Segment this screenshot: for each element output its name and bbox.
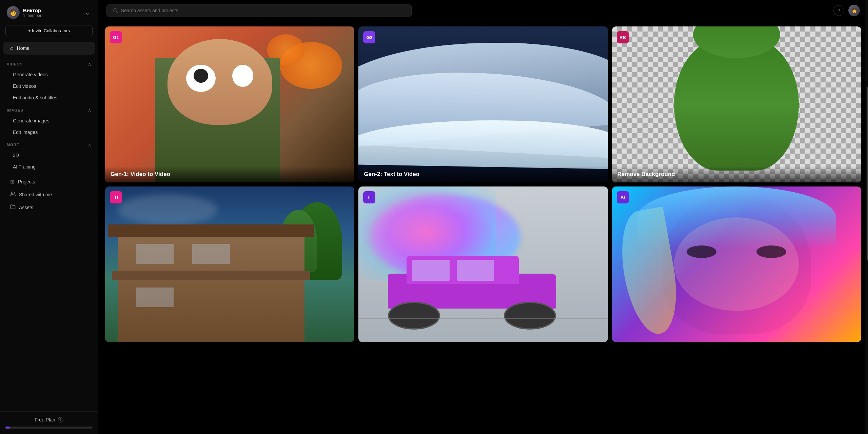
sidebar-item-home[interactable]: ⌂ Home	[3, 42, 95, 55]
sidebar-bottom-nav: ⊞ Projects Shared with me Assets	[0, 175, 98, 214]
sidebar-item-ai-training[interactable]: AI Training	[3, 161, 95, 172]
search-input[interactable]	[121, 8, 405, 13]
sidebar-item-shared-with-me[interactable]: Shared with me	[3, 188, 95, 201]
card-ii-badge: II	[363, 191, 375, 203]
card-gen1-label: Gen-1: Video to Video	[105, 166, 354, 182]
projects-icon: ⊞	[10, 179, 15, 185]
card-ti[interactable]: TI	[105, 186, 354, 342]
scrollbar-thumb[interactable]	[867, 87, 868, 260]
user-member-count: 1 member	[23, 13, 41, 18]
usage-progress-bar	[5, 427, 93, 429]
card-ai[interactable]: AI	[612, 186, 861, 342]
generate-videos-label: Generate videos	[13, 72, 48, 77]
user-name: Виктор	[23, 7, 41, 13]
sidebar-item-generate-videos[interactable]: Generate videos	[3, 69, 95, 80]
svg-point-1	[114, 8, 117, 12]
search-bar	[106, 4, 412, 17]
more-section-header: MORE ∧	[0, 138, 98, 150]
help-button[interactable]: ?	[833, 5, 844, 16]
user-avatar-top[interactable]: 🧑	[848, 5, 860, 16]
card-gen2[interactable]: G2 Gen-2: Text to Video	[358, 26, 608, 182]
cards-grid: G1 Gen-1: Video to Video G2	[105, 26, 861, 342]
free-plan-label: Free Plan	[35, 417, 55, 422]
avatar-image: 🧑	[7, 6, 20, 19]
more-collapse-button[interactable]: ∧	[88, 142, 91, 147]
grid-area: G1 Gen-1: Video to Video G2	[98, 21, 868, 434]
videos-collapse-button[interactable]: ∧	[88, 61, 91, 67]
free-plan-row: Free Plan i	[5, 417, 93, 422]
card-ti-badge: TI	[110, 191, 122, 203]
scrollbar-track	[865, 0, 868, 434]
home-icon: ⌂	[10, 45, 14, 51]
assets-icon	[10, 204, 16, 211]
card-gen1[interactable]: G1 Gen-1: Video to Video	[105, 26, 354, 182]
sidebar-item-projects[interactable]: ⊞ Projects	[3, 176, 95, 188]
top-bar-actions: ? 🧑	[833, 5, 860, 16]
user-text: Виктор 1 member	[23, 7, 41, 18]
workspace-switcher-button[interactable]: ⌄	[83, 7, 91, 18]
card-gen1-badge: G1	[110, 31, 122, 43]
wave-content	[358, 26, 608, 182]
card-ai-badge: AI	[617, 191, 629, 203]
generate-images-label: Generate images	[13, 118, 49, 123]
card-remove-background[interactable]: RB Remove Background	[612, 26, 861, 182]
sidebar-footer: Free Plan i	[0, 411, 98, 434]
edit-videos-label: Edit videos	[13, 83, 36, 89]
main-content: ? 🧑	[98, 0, 868, 434]
card-rb-badge: RB	[617, 31, 629, 43]
sidebar-item-edit-audio[interactable]: Edit audio & subtitles	[3, 92, 95, 103]
videos-section-header: VIDEOS ∧	[0, 57, 98, 69]
svg-point-0	[11, 192, 13, 194]
sidebar-item-edit-images[interactable]: Edit images	[3, 127, 95, 138]
sidebar-item-3d[interactable]: 3D	[3, 150, 95, 161]
edit-audio-label: Edit audio & subtitles	[13, 95, 57, 100]
images-section-header: IMAGES ∧	[0, 103, 98, 115]
top-bar: ? 🧑	[98, 0, 868, 21]
more-section-title: MORE	[7, 143, 19, 147]
svg-line-2	[117, 12, 118, 13]
card-gen2-label: Gen-2: Text to Video	[358, 166, 608, 182]
card-rb-label: Remove Background	[612, 166, 861, 182]
sidebar-item-generate-images[interactable]: Generate images	[3, 115, 95, 126]
assets-label: Assets	[19, 205, 33, 210]
card-gen2-badge: G2	[363, 31, 375, 43]
images-collapse-button[interactable]: ∧	[88, 107, 91, 113]
free-plan-info-icon[interactable]: i	[58, 417, 63, 422]
3d-label: 3D	[13, 153, 19, 158]
sidebar-item-assets[interactable]: Assets	[3, 201, 95, 214]
projects-label: Projects	[18, 179, 35, 184]
usage-progress-fill	[5, 427, 10, 429]
sidebar: 🧑 Виктор 1 member ⌄ + Invite Collaborato…	[0, 0, 98, 434]
shared-icon	[10, 191, 16, 198]
ai-training-label: AI Training	[13, 164, 36, 170]
edit-images-label: Edit images	[13, 130, 38, 135]
avatar: 🧑	[7, 6, 20, 19]
images-section-title: IMAGES	[7, 108, 23, 112]
home-label: Home	[17, 45, 29, 51]
shared-with-me-label: Shared with me	[19, 192, 52, 197]
card-ii[interactable]: II	[358, 186, 608, 342]
sidebar-header: 🧑 Виктор 1 member ⌄	[0, 0, 98, 25]
videos-section-title: VIDEOS	[7, 62, 23, 66]
user-info: 🧑 Виктор 1 member	[7, 6, 41, 19]
invite-collaborators-button[interactable]: + Invite Collaborators	[5, 25, 93, 36]
sidebar-item-edit-videos[interactable]: Edit videos	[3, 81, 95, 92]
search-icon	[113, 8, 118, 13]
